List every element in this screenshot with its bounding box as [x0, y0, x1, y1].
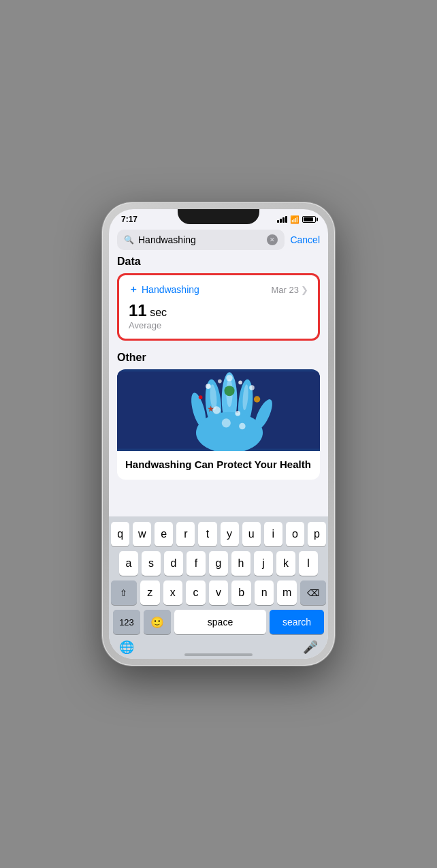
backspace-key[interactable]: ⌫ — [300, 580, 326, 605]
card-title-row: ＋ Handwashing — [129, 283, 199, 296]
content-area: Data ＋ Handwashing Mar 23 ❯ 11 sec Avera — [109, 255, 328, 480]
svg-point-14 — [249, 385, 255, 390]
signal-icon — [277, 216, 287, 223]
globe-icon[interactable]: 🌐 — [119, 640, 134, 655]
handwashing-data-card[interactable]: ＋ Handwashing Mar 23 ❯ 11 sec Average — [117, 273, 320, 341]
key-g[interactable]: g — [209, 551, 228, 576]
key-n[interactable]: n — [255, 580, 274, 605]
card-title: Handwashing — [142, 284, 199, 295]
key-l[interactable]: l — [299, 551, 318, 576]
svg-point-20 — [239, 423, 245, 429]
search-key[interactable]: search — [270, 610, 324, 634]
key-f[interactable]: f — [187, 551, 206, 576]
microphone-icon[interactable]: 🎤 — [303, 640, 318, 655]
article-card[interactable]: Handwashing Can Protect Your Health — [117, 369, 320, 480]
phone-screen: 7:17 📶 🔍 Handwashing — [109, 209, 328, 659]
key-y[interactable]: y — [221, 522, 239, 546]
svg-point-10 — [206, 384, 211, 389]
key-w[interactable]: w — [133, 522, 151, 546]
svg-point-15 — [199, 395, 203, 399]
search-cancel-button[interactable]: Cancel — [290, 234, 320, 245]
key-r[interactable]: r — [176, 522, 195, 546]
svg-point-21 — [224, 386, 234, 396]
battery-icon — [302, 216, 316, 223]
data-section-title: Data — [117, 255, 320, 268]
key-b[interactable]: b — [231, 580, 251, 605]
status-time: 7:17 — [121, 215, 137, 224]
key-m[interactable]: m — [277, 580, 297, 605]
keyboard-row-1: q w e r t y u i o p — [111, 522, 326, 546]
card-chevron-icon: ❯ — [301, 285, 308, 295]
notch — [178, 209, 259, 224]
search-input[interactable]: Handwashing — [138, 234, 263, 245]
search-clear-button[interactable]: ✕ — [267, 234, 278, 245]
svg-point-16 — [254, 396, 260, 402]
svg-point-19 — [222, 418, 231, 427]
key-v[interactable]: v — [209, 580, 229, 605]
key-j[interactable]: j — [254, 551, 273, 576]
emoji-key[interactable]: 🙂 — [144, 610, 171, 634]
search-icon: 🔍 — [124, 235, 134, 245]
key-z[interactable]: z — [140, 580, 160, 605]
key-x[interactable]: x — [163, 580, 183, 605]
key-u[interactable]: u — [242, 522, 261, 546]
card-label: Average — [129, 320, 308, 330]
svg-point-11 — [218, 379, 222, 384]
keyboard: q w e r t y u i o p a s d f g h j k — [109, 516, 328, 659]
svg-point-13 — [238, 381, 242, 385]
key-q[interactable]: q — [111, 522, 129, 546]
key-e[interactable]: e — [155, 522, 173, 546]
search-field[interactable]: 🔍 Handwashing ✕ — [117, 230, 285, 250]
keyboard-row-3: ⇧ z x c v b n m ⌫ — [111, 580, 326, 605]
svg-point-12 — [226, 375, 232, 381]
svg-point-18 — [236, 411, 241, 416]
key-s[interactable]: s — [142, 551, 161, 576]
shift-key[interactable]: ⇧ — [111, 580, 137, 605]
hand-illustration-svg — [117, 369, 320, 451]
key-k[interactable]: k — [276, 551, 295, 576]
wifi-icon: 📶 — [290, 215, 300, 224]
health-cross-icon: ＋ — [129, 283, 138, 296]
key-t[interactable]: t — [198, 522, 216, 546]
key-a[interactable]: a — [119, 551, 138, 576]
key-p[interactable]: p — [308, 522, 326, 546]
keyboard-row-2: a s d f g h j k l — [111, 551, 326, 576]
svg-point-17 — [213, 406, 221, 414]
article-image — [117, 369, 320, 451]
search-bar: 🔍 Handwashing ✕ Cancel — [117, 230, 320, 250]
phone-frame: 7:17 📶 🔍 Handwashing — [102, 202, 335, 666]
key-h[interactable]: h — [231, 551, 250, 576]
other-section-title: Other — [117, 352, 320, 364]
numbers-key[interactable]: 123 — [113, 610, 140, 634]
key-o[interactable]: o — [286, 522, 304, 546]
status-icons: 📶 — [277, 215, 316, 224]
key-d[interactable]: d — [164, 551, 183, 576]
space-key[interactable]: space — [174, 610, 266, 634]
keyboard-bottom-row: 123 🙂 space search — [111, 610, 326, 634]
article-title: Handwashing Can Protect Your Health — [117, 451, 320, 480]
card-header: ＋ Handwashing Mar 23 ❯ — [129, 283, 308, 296]
home-indicator — [184, 653, 253, 656]
key-c[interactable]: c — [186, 580, 206, 605]
card-date-row: Mar 23 ❯ — [272, 285, 308, 295]
card-date: Mar 23 — [272, 285, 299, 295]
card-value-row: 11 sec — [129, 301, 308, 320]
card-value: 11 — [129, 301, 147, 320]
key-i[interactable]: i — [264, 522, 282, 546]
card-unit: sec — [147, 307, 167, 318]
